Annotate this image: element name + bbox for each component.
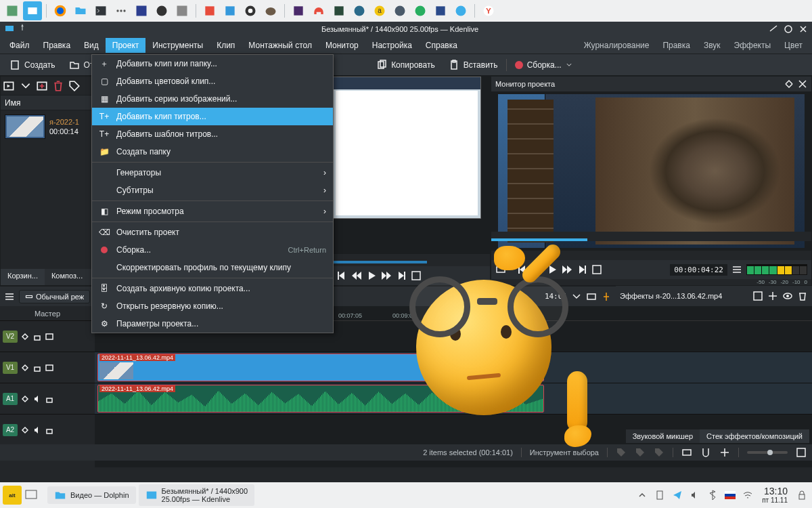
pm-play-icon[interactable] (547, 264, 558, 275)
pm-more-icon[interactable] (731, 264, 742, 275)
sb-thumb-icon[interactable] (681, 447, 692, 458)
track-header-a2[interactable]: A2 (0, 415, 95, 446)
app-generic-10[interactable]: a (370, 1, 389, 20)
project-monitor-timecode[interactable]: 00:00:04:22 (670, 264, 727, 276)
mon-play-icon[interactable] (366, 270, 377, 281)
lane-a1[interactable]: 2022-11-11_13.06.42.mp4 (95, 383, 812, 415)
mon-prev-icon[interactable] (336, 270, 347, 281)
audio-clip[interactable]: 2022-11-11_13.06.42.mp4 (97, 385, 544, 412)
pm-prev-icon[interactable] (517, 264, 528, 275)
dd-add-slideshow[interactable]: ▦Добавить серию изображений... (92, 90, 333, 108)
menu-timeline[interactable]: Монтажный стол (242, 38, 319, 53)
app-generic-14[interactable] (451, 1, 470, 20)
new-button[interactable]: Создать (4, 57, 61, 73)
maximize-button[interactable] (784, 24, 793, 34)
fx-split-icon[interactable] (767, 291, 778, 301)
taskbar-clock[interactable]: 13:10 пт 11.11 (758, 486, 792, 504)
terminal-icon[interactable] (91, 1, 110, 20)
fx-icon[interactable] (20, 363, 30, 373)
firefox-icon[interactable] (51, 1, 70, 20)
dd-clean-project[interactable]: ⌫Очистить проект (92, 224, 333, 241)
workspace-editing[interactable]: Правка (656, 38, 697, 53)
timeline-timecode[interactable]: 14:01 (545, 292, 567, 301)
pin-icon[interactable] (18, 23, 27, 35)
yandex-icon[interactable]: Y (479, 1, 498, 20)
dd-add-color[interactable]: ▢Добавить цветовой клип... (92, 72, 333, 90)
lock-icon[interactable] (45, 394, 54, 404)
fx-trash-icon[interactable] (797, 291, 808, 301)
lock-icon[interactable] (45, 425, 54, 435)
dd-add-title-template[interactable]: T+Добавить шаблон титров... (92, 125, 333, 143)
track-header-a1[interactable]: A1 (0, 383, 95, 415)
render-button[interactable]: Сборка... (510, 57, 578, 73)
dd-generators[interactable]: Генераторы› (92, 164, 333, 182)
app-generic-6[interactable] (241, 1, 260, 20)
mon-frame-icon[interactable] (411, 270, 422, 281)
app-generic-7[interactable] (289, 1, 308, 20)
tl-hamburger-icon[interactable] (4, 291, 15, 302)
dd-add-title[interactable]: T+Добавить клип титров... (92, 108, 333, 125)
trash-icon[interactable] (52, 80, 64, 92)
minimize-button[interactable] (769, 24, 778, 34)
fx-save-icon[interactable] (752, 291, 763, 301)
mute-icon[interactable] (45, 363, 54, 373)
lock-icon[interactable] (32, 332, 42, 341)
taskbar-kdenlive[interactable]: Безымянный* / 1440x900 25.00fps — Kdenli… (139, 484, 255, 506)
menu-clip[interactable]: Клип (210, 38, 242, 53)
undock-icon[interactable] (784, 79, 794, 89)
taskbar-dolphin[interactable]: Видео — Dolphin (47, 486, 136, 504)
lock-icon[interactable] (32, 363, 42, 373)
speaker-icon[interactable] (32, 394, 42, 404)
track-header-v1[interactable]: V1 (0, 352, 95, 383)
menu-monitor[interactable]: Монитор (319, 38, 365, 53)
lane-v1[interactable]: 2022-11-11_13.06.42.mp4 (95, 352, 812, 383)
sb-zoom-icon[interactable] (796, 447, 807, 458)
dd-archive[interactable]: 🗄Создать архивную копию проекта... (92, 280, 333, 297)
app-generic-13[interactable] (431, 1, 450, 20)
dd-adjust-profile[interactable]: Скорректировать профиль по текущему клип… (92, 259, 333, 276)
tray-telegram-icon[interactable] (672, 490, 683, 501)
tray-bluetooth-icon[interactable] (707, 490, 718, 501)
tl-marker-icon[interactable] (601, 291, 612, 302)
sb-tag2-icon[interactable] (635, 447, 646, 458)
project-monitor-scrubber[interactable] (491, 232, 811, 241)
workspace-logging[interactable]: Журналирование (577, 38, 656, 53)
sb-fit-icon[interactable] (719, 447, 730, 458)
track-header-v2[interactable]: V2 (0, 321, 95, 352)
sb-snap-icon[interactable] (700, 447, 711, 458)
dd-render[interactable]: Сборка...Ctrl+Return (92, 241, 333, 259)
app-generic-11[interactable] (390, 1, 409, 20)
fx-eye-icon[interactable] (782, 291, 793, 301)
speaker-icon[interactable] (32, 425, 42, 435)
menu-help[interactable]: Справка (419, 38, 464, 53)
app-generic-12[interactable] (411, 1, 430, 20)
tl-zone-icon[interactable] (586, 291, 597, 302)
tab-compositions[interactable]: Композ... (45, 269, 89, 285)
video-clip[interactable]: 2022-11-11_13.06.42.mp4 (97, 354, 544, 381)
menu-file[interactable]: Файл (3, 38, 37, 53)
alt-linux-logo[interactable]: alt (3, 486, 22, 505)
taskbar-app-1[interactable] (3, 1, 22, 20)
gimp-icon[interactable] (261, 1, 280, 20)
clip-monitor-scrubber[interactable] (332, 254, 490, 266)
tab-bin[interactable]: Корзин... (1, 269, 45, 285)
app-generic-4[interactable] (200, 1, 219, 20)
menu-tools[interactable]: Инструменты (145, 38, 210, 53)
menu-view[interactable]: Вид (77, 38, 106, 53)
close-button[interactable] (798, 24, 808, 34)
workspace-effects[interactable]: Эффекты (727, 38, 778, 53)
dd-open-backup[interactable]: ↻Открыть резервную копию... (92, 297, 333, 315)
tab-effect-stack[interactable]: Стек эффектов/композиций (700, 429, 809, 443)
dd-create-folder[interactable]: 📁Создать папку (92, 143, 333, 161)
pm-zone-icon[interactable] (495, 264, 506, 275)
dd-add-clip[interactable]: ＋Добавить клип или папку... (92, 55, 333, 72)
taskbar-app-2-active[interactable] (23, 1, 42, 20)
pm-ff-icon[interactable] (562, 264, 572, 275)
close-panel-icon[interactable] (798, 79, 807, 89)
tag-icon[interactable] (68, 80, 81, 92)
project-monitor-viewport[interactable] (491, 91, 811, 251)
files-icon[interactable] (71, 1, 90, 20)
pm-rew-icon[interactable] (532, 264, 543, 275)
mon-rew-icon[interactable] (351, 270, 362, 281)
tray-wifi-icon[interactable] (742, 490, 753, 501)
